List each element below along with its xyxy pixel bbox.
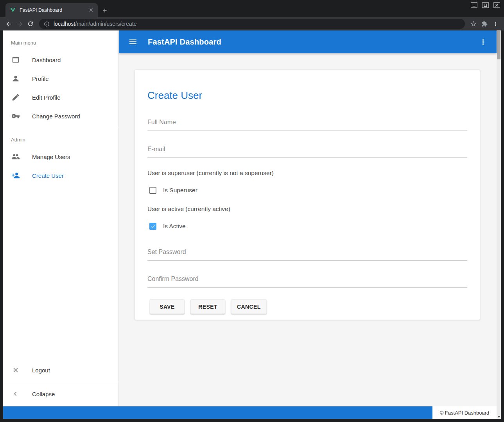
people-icon [11,152,20,161]
is-superuser-checkbox[interactable] [149,187,156,194]
footer-accent-bar [3,406,432,419]
active-checkbox-row: Is Active [147,223,467,230]
sidebar: Main menu Dashboard Profile [3,30,119,406]
sidebar-item-label: Manage Users [32,154,70,160]
confirm-password-field-wrap [147,274,467,288]
extensions-icon [481,21,488,27]
is-active-checkbox[interactable] [149,223,156,230]
sidebar-item-label: Create User [32,172,64,179]
browser-tab-bar: FastAPI Dashboard [0,0,504,17]
arrow-forward-icon [16,20,23,28]
maximize-icon [484,4,487,7]
dashboard-icon [11,55,20,64]
main-area: FastAPI Dashboard Create User [119,30,497,406]
close-tab-icon[interactable] [88,7,95,14]
address-bar[interactable]: localhost/main/admin/users/create [39,19,465,29]
app-bar: FastAPI Dashboard [119,30,497,53]
cancel-button[interactable]: CANCEL [231,299,267,314]
window-minimize-button[interactable] [471,2,477,8]
key-icon [11,111,20,121]
tab-title: FastAPI Dashboard [20,7,84,13]
email-field-wrap [147,144,467,158]
superuser-checkbox-row: Is Superuser [147,187,467,194]
reload-button[interactable] [25,18,36,29]
appbar-menu-button[interactable] [479,38,487,46]
sidebar-item-dashboard[interactable]: Dashboard [3,50,118,69]
vue-logo-icon [10,7,16,13]
full-name-input[interactable] [147,117,467,131]
check-icon [150,224,156,229]
bookmark-button[interactable] [468,18,479,29]
sidebar-item-manage-users[interactable]: Manage Users [3,147,118,166]
footer-copyright-box: © FastAPI Dashboard [432,406,497,419]
new-tab-button[interactable] [102,7,108,14]
reset-button[interactable]: RESET [190,299,225,314]
minimize-icon [472,4,476,7]
email-input[interactable] [147,144,467,158]
arrow-back-icon [5,20,13,28]
create-user-card: Create User User is superuser (currently… [135,70,480,320]
sidebar-item-create-user[interactable]: Create User [3,166,118,185]
copyright-text: © FastAPI Dashboard [440,410,490,416]
page: Main menu Dashboard Profile [3,30,501,419]
sidebar-divider [3,128,118,128]
browser-menu-button[interactable] [490,18,501,29]
is-active-label[interactable]: Is Active [163,223,186,230]
page-info-icon[interactable] [44,21,50,27]
extensions-button[interactable] [479,18,490,29]
form-buttons: SAVE RESET CANCEL [147,299,467,314]
browser-toolbar: localhost/main/admin/users/create [0,17,504,30]
footer: © FastAPI Dashboard [3,406,497,419]
window-close-button[interactable] [493,2,500,8]
chevron-left-icon [11,389,20,399]
sidebar-bottom-pad [3,403,118,406]
page-title: Create User [147,89,467,102]
kebab-menu-icon [479,38,487,46]
sidebar-item-logout[interactable]: Logout [3,361,118,379]
is-superuser-label[interactable]: Is Superuser [163,187,197,194]
url-path: /main/admin/users/create [75,21,136,27]
sidebar-divider [3,382,118,382]
sidebar-item-label: Logout [32,367,50,374]
set-password-input[interactable] [147,247,467,261]
sidebar-item-label: Dashboard [32,57,61,63]
sidebar-item-label: Change Password [32,113,80,120]
scrollbar-down-arrow[interactable] [497,416,501,418]
superuser-hint: User is superuser (currently is not a su… [147,170,467,177]
save-button[interactable]: SAVE [150,299,185,314]
sidebar-item-label: Collapse [32,391,55,397]
url-text: localhost/main/admin/users/create [54,21,136,27]
star-icon [470,20,477,27]
browser-window: FastAPI Dashboard [0,0,504,422]
plus-icon [102,7,108,14]
forward-button[interactable] [14,18,25,29]
kebab-menu-icon [492,21,499,27]
sidebar-item-profile[interactable]: Profile [3,69,118,88]
pencil-icon [11,93,20,102]
person-add-icon [11,171,20,180]
sidebar-item-label: Profile [32,75,49,82]
page-scrollbar[interactable] [497,30,501,419]
url-host: localhost [54,21,75,27]
sidebar-section-admin: Admin [3,131,118,147]
full-name-field-wrap [147,117,467,131]
confirm-password-input[interactable] [147,274,467,288]
appbar-title: FastAPI Dashboard [148,38,221,46]
sidebar-item-collapse[interactable]: Collapse [3,384,118,403]
sidebar-item-change-password[interactable]: Change Password [3,107,118,125]
person-icon [11,74,20,83]
sidebar-item-label: Edit Profile [32,94,61,101]
window-controls [471,2,500,8]
content-area: Create User User is superuser (currently… [119,53,497,406]
logout-x-icon [11,365,20,375]
hamburger-menu-icon[interactable] [128,37,138,46]
reload-icon [27,20,34,27]
window-maximize-button[interactable] [482,2,489,8]
scrollbar-thumb[interactable] [497,31,500,59]
active-hint: User is active (currently active) [147,206,467,213]
back-button[interactable] [3,18,14,29]
sidebar-spacer [3,185,118,361]
set-password-field-wrap [147,247,467,261]
sidebar-item-edit-profile[interactable]: Edit Profile [3,88,118,107]
browser-tab[interactable]: FastAPI Dashboard [5,3,98,17]
